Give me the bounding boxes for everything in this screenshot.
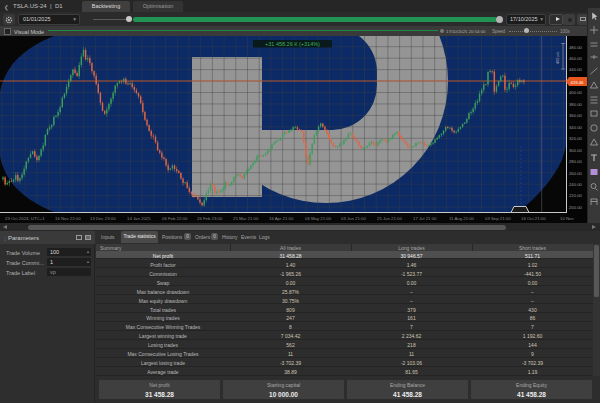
svg-text:26 Feb 23:00: 26 Feb 23:00: [197, 216, 223, 221]
svg-text:380.00: 380.00: [569, 102, 582, 107]
svg-text:+31 458.26 К (+314%): +31 458.26 К (+314%): [265, 41, 320, 47]
svg-text:25 Jun 21:00: 25 Jun 21:00: [377, 216, 402, 221]
svg-text:13 Dec 23:00: 13 Dec 23:00: [90, 216, 116, 221]
svg-text:400.00: 400.00: [569, 90, 582, 95]
svg-text:17 Jul 21:00: 17 Jul 21:00: [413, 216, 437, 221]
svg-text:200.00: 200.00: [569, 205, 582, 210]
svg-text:11 Aug 21:00: 11 Aug 21:00: [449, 216, 475, 221]
svg-text:16 Nov 22:00: 16 Nov 22:00: [55, 216, 81, 221]
svg-text:400 p/s: 400 p/s: [556, 51, 560, 64]
svg-text:25 Mar 21:00: 25 Mar 21:00: [233, 216, 259, 221]
svg-text:320.00: 320.00: [569, 136, 582, 141]
svg-text:16 Apr 21:00: 16 Apr 21:00: [269, 216, 294, 221]
svg-text:03 Sep 21:00: 03 Sep 21:00: [485, 216, 511, 221]
svg-text:06 May 21:00: 06 May 21:00: [305, 216, 332, 221]
svg-text:16 Oct 21:00: 16 Oct 21:00: [521, 216, 546, 221]
svg-text:14 Jan 2025: 14 Jan 2025: [127, 216, 151, 221]
svg-text:03 Jun 21:00: 03 Jun 21:00: [341, 216, 366, 221]
svg-text:300.00: 300.00: [569, 148, 582, 153]
svg-text:10 Nov: 10 Nov: [560, 216, 574, 221]
svg-text:06 Feb 22:00: 06 Feb 22:00: [162, 216, 188, 221]
svg-text:440.00: 440.00: [569, 67, 582, 72]
svg-text:360.00: 360.00: [569, 113, 582, 118]
svg-text:419.46: 419.46: [571, 80, 584, 85]
svg-text:340.00: 340.00: [569, 125, 582, 130]
svg-text:240.00: 240.00: [569, 182, 582, 187]
svg-text:220.00: 220.00: [569, 193, 582, 198]
svg-text:23 Oct 2024, UTC+1: 23 Oct 2024, UTC+1: [5, 216, 45, 221]
svg-text:280.00: 280.00: [569, 159, 582, 164]
svg-text:480.00: 480.00: [569, 45, 582, 50]
svg-text:260.00: 260.00: [569, 171, 582, 176]
svg-text:460.00: 460.00: [569, 56, 582, 61]
